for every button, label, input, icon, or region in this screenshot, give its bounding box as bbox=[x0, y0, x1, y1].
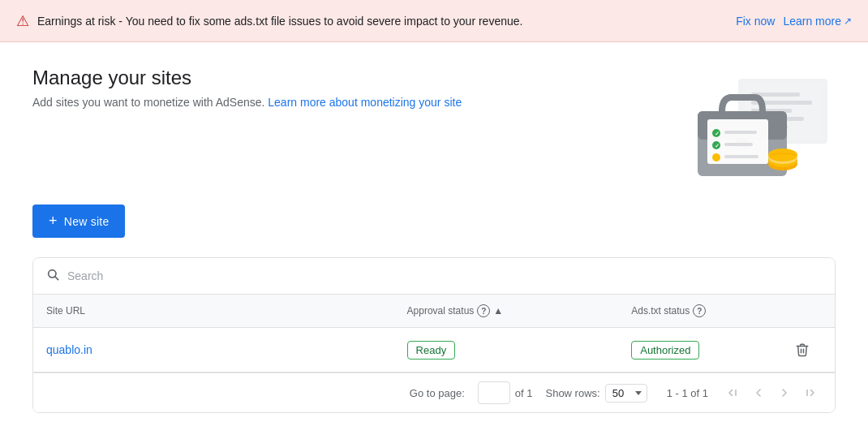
sites-table: Site URL Approval status ? ▲ Ads.txt sta… bbox=[33, 295, 835, 412]
svg-text:✓: ✓ bbox=[715, 131, 720, 136]
page-subtitle: Add sites you want to monetize with AdSe… bbox=[32, 96, 462, 109]
rows-per-page-select[interactable]: 10 25 50 100 bbox=[605, 384, 647, 403]
page-range-label: 1 - 1 of 1 bbox=[667, 387, 708, 399]
fix-now-link[interactable]: Fix now bbox=[736, 15, 775, 28]
delete-icon bbox=[795, 342, 810, 357]
svg-point-22 bbox=[768, 149, 797, 161]
adstxt-status-badge: Authorized bbox=[631, 341, 699, 360]
svg-rect-18 bbox=[724, 155, 758, 158]
external-link-icon: ↗ bbox=[844, 15, 852, 27]
page-number-input[interactable] bbox=[478, 381, 510, 404]
header-left: Manage your sites Add sites you want to … bbox=[32, 67, 462, 109]
site-url-link[interactable]: quablo.in bbox=[46, 343, 92, 356]
prev-page-button[interactable] bbox=[747, 383, 770, 403]
col-site-url: Site URL bbox=[33, 295, 394, 328]
svg-rect-17 bbox=[724, 143, 753, 146]
new-site-label: New site bbox=[64, 215, 110, 228]
last-page-icon bbox=[804, 386, 817, 399]
plus-icon: + bbox=[49, 213, 58, 230]
cell-adstxt-status: Authorized bbox=[618, 328, 779, 372]
table-header-row: Site URL Approval status ? ▲ Ads.txt sta… bbox=[33, 295, 835, 328]
cell-approval-status: Ready bbox=[394, 328, 619, 372]
next-page-icon bbox=[778, 386, 791, 399]
cell-actions bbox=[779, 328, 835, 372]
approval-status-badge: Ready bbox=[407, 341, 456, 360]
search-input[interactable] bbox=[67, 269, 822, 282]
col-actions bbox=[779, 295, 835, 328]
nav-buttons bbox=[721, 383, 822, 403]
main-content: Manage your sites Add sites you want to … bbox=[0, 42, 868, 422]
svg-line-24 bbox=[55, 277, 58, 280]
col-adstxt-status: Ads.txt status ? bbox=[618, 295, 779, 328]
page-input-wrap: of 1 bbox=[478, 381, 533, 404]
rows-select-wrap: Show rows: 10 25 50 100 bbox=[545, 384, 647, 403]
sites-table-container: Site URL Approval status ? ▲ Ads.txt sta… bbox=[32, 257, 836, 413]
last-page-button[interactable] bbox=[799, 383, 822, 403]
new-site-button[interactable]: + New site bbox=[32, 205, 125, 238]
search-row bbox=[33, 258, 835, 295]
delete-site-button[interactable] bbox=[792, 339, 813, 360]
svg-rect-16 bbox=[724, 131, 757, 134]
first-page-button[interactable] bbox=[721, 383, 744, 403]
approval-help-icon[interactable]: ? bbox=[477, 304, 490, 317]
first-page-icon bbox=[726, 386, 739, 399]
pagination-row-tr: Go to page: of 1 Show rows: 10 25 5 bbox=[33, 372, 835, 413]
header-section: Manage your sites Add sites you want to … bbox=[32, 67, 836, 180]
alert-banner: ⚠ Earnings at risk - You need to fix som… bbox=[0, 0, 868, 42]
alert-text: Earnings at risk - You need to fix some … bbox=[37, 15, 728, 28]
learn-more-monetize-link[interactable]: Learn more about monetizing your site bbox=[268, 96, 462, 109]
adstxt-help-icon[interactable]: ? bbox=[693, 304, 706, 317]
pagination-row: Go to page: of 1 Show rows: 10 25 5 bbox=[33, 372, 835, 412]
learn-more-link[interactable]: Learn more ↗ bbox=[783, 15, 852, 28]
show-rows-label: Show rows: bbox=[545, 387, 599, 399]
table-row: quablo.in Ready Authorized bbox=[33, 328, 835, 372]
next-page-button[interactable] bbox=[773, 383, 796, 403]
prev-page-icon bbox=[752, 386, 765, 399]
svg-point-15 bbox=[712, 153, 720, 161]
search-icon bbox=[46, 268, 59, 284]
col-approval-status: Approval status ? ▲ bbox=[394, 295, 619, 328]
header-illustration: ✓ ✓ bbox=[657, 67, 836, 180]
of-label: of 1 bbox=[515, 387, 533, 399]
approval-sort-icon[interactable]: ▲ bbox=[493, 305, 503, 316]
cell-site-url: quablo.in bbox=[33, 328, 394, 372]
svg-text:✓: ✓ bbox=[715, 143, 720, 149]
alert-icon: ⚠ bbox=[16, 12, 29, 30]
go-to-page-label: Go to page: bbox=[410, 387, 465, 399]
page-title: Manage your sites bbox=[32, 67, 462, 89]
